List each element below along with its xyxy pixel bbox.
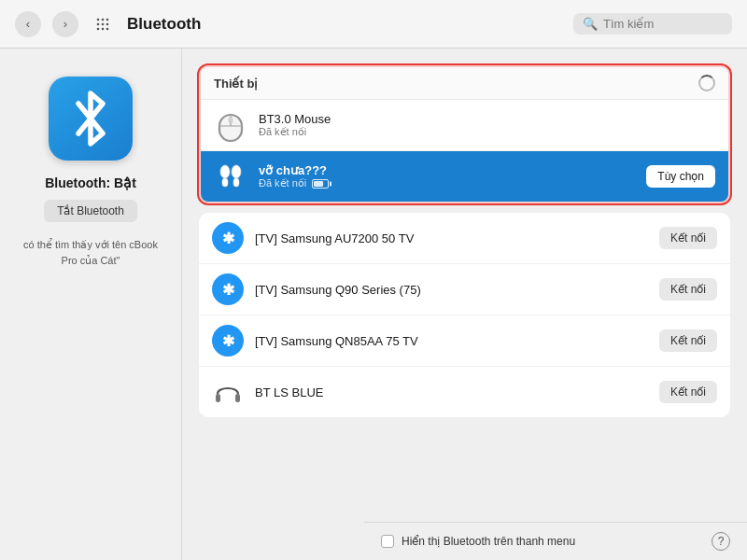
avail-row-samsung3[interactable]: ✱ [TV] Samsung QN85AA 75 TV Kết nối bbox=[199, 315, 730, 367]
svg-point-5 bbox=[106, 22, 109, 25]
svg-point-15 bbox=[232, 165, 241, 178]
device-name-samsung2: [TV] Samsung Q90 Series (75) bbox=[255, 283, 648, 297]
avail-row-samsung2[interactable]: ✱ [TV] Samsung Q90 Series (75) Kết nối bbox=[199, 264, 730, 315]
airpods-device-status: Đã kết nối bbox=[259, 177, 635, 189]
available-devices-section: ✱ [TV] Samsung AU7200 50 TV Kết nối ✱ [T… bbox=[199, 213, 730, 417]
right-panel: Thiết bị BT3.0 Mouse bbox=[182, 49, 747, 560]
airpods-icon bbox=[214, 160, 247, 193]
svg-point-6 bbox=[97, 27, 100, 30]
svg-point-8 bbox=[106, 27, 109, 30]
connect-button-headphone[interactable]: Kết nối bbox=[659, 381, 717, 403]
bluetooth-logo-icon bbox=[66, 90, 115, 147]
section-title: Thiết bị bbox=[214, 77, 258, 91]
avail-row-samsung1[interactable]: ✱ [TV] Samsung AU7200 50 TV Kết nối bbox=[199, 213, 730, 264]
battery-icon bbox=[312, 179, 329, 189]
svg-point-3 bbox=[97, 22, 100, 25]
svg-point-0 bbox=[97, 18, 100, 21]
bluetooth-device-icon-3: ✱ bbox=[212, 325, 244, 357]
footer: Hiển thị Bluetooth trên thanh menu ? bbox=[364, 522, 747, 560]
svg-rect-17 bbox=[216, 394, 220, 402]
svg-point-2 bbox=[106, 18, 109, 21]
bluetooth-device-icon-2: ✱ bbox=[212, 273, 244, 305]
help-button[interactable]: ? bbox=[712, 532, 730, 551]
device-row-airpods[interactable]: vỡ chưa??? Đã kết nối Tùy chọn bbox=[201, 151, 728, 202]
mouse-device-name: BT3.0 Mouse bbox=[259, 112, 715, 126]
mouse-device-status: Đã kết nối bbox=[259, 126, 715, 138]
mouse-icon bbox=[214, 108, 247, 142]
svg-point-4 bbox=[102, 22, 105, 25]
grid-button[interactable] bbox=[90, 11, 116, 37]
search-box: 🔍 bbox=[573, 13, 732, 35]
back-button[interactable]: ‹ bbox=[15, 11, 41, 37]
connect-button-samsung1[interactable]: Kết nối bbox=[659, 227, 717, 249]
svg-point-7 bbox=[102, 27, 105, 30]
search-icon: 🔍 bbox=[583, 17, 598, 31]
headphone-device-icon bbox=[212, 376, 244, 408]
search-input[interactable] bbox=[603, 17, 725, 31]
bluetooth-app-icon bbox=[49, 77, 133, 161]
avail-row-headphone[interactable]: BT LS BLUE Kết nối bbox=[199, 367, 730, 417]
page-title: Bluetooth bbox=[127, 15, 562, 34]
options-button[interactable]: Tùy chọn bbox=[646, 165, 715, 188]
svg-point-1 bbox=[102, 18, 105, 21]
bluetooth-device-icon-1: ✱ bbox=[212, 222, 244, 254]
bluetooth-status: Bluetooth: Bật bbox=[45, 175, 136, 190]
section-header: Thiết bị bbox=[201, 67, 728, 100]
show-bluetooth-checkbox[interactable] bbox=[381, 535, 394, 548]
main-layout: Bluetooth: Bật Tắt Bluetooth có thể tìm … bbox=[0, 49, 747, 560]
svg-rect-18 bbox=[235, 394, 240, 402]
turn-off-bluetooth-button[interactable]: Tắt Bluetooth bbox=[44, 200, 137, 222]
forward-button[interactable]: › bbox=[52, 11, 78, 37]
titlebar: ‹ › Bluetooth 🔍 bbox=[0, 0, 747, 49]
svg-point-12 bbox=[229, 118, 233, 124]
connect-button-samsung3[interactable]: Kết nối bbox=[659, 329, 717, 352]
mouse-device-info: BT3.0 Mouse Đã kết nối bbox=[259, 112, 715, 138]
footer-label: Hiển thị Bluetooth trên thanh menu bbox=[402, 535, 575, 548]
svg-rect-16 bbox=[233, 178, 239, 187]
loading-spinner bbox=[698, 75, 715, 91]
connected-devices-section: Thiết bị BT3.0 Mouse bbox=[199, 65, 730, 203]
svg-point-13 bbox=[220, 165, 230, 178]
sidebar: Bluetooth: Bật Tắt Bluetooth có thể tìm … bbox=[0, 49, 182, 560]
device-name-samsung3: [TV] Samsung QN85AA 75 TV bbox=[255, 334, 648, 348]
connect-button-samsung2[interactable]: Kết nối bbox=[659, 278, 717, 301]
device-name-headphone: BT LS BLUE bbox=[255, 385, 648, 399]
device-name-samsung1: [TV] Samsung AU7200 50 TV bbox=[255, 231, 648, 245]
airpods-device-name: vỡ chưa??? bbox=[259, 163, 635, 177]
airpods-device-info: vỡ chưa??? Đã kết nối bbox=[259, 163, 635, 189]
sidebar-description: có thể tìm thấy với tên cBook Pro của Cá… bbox=[19, 237, 162, 268]
device-row-mouse[interactable]: BT3.0 Mouse Đã kết nối bbox=[201, 100, 728, 151]
svg-rect-14 bbox=[222, 178, 228, 187]
